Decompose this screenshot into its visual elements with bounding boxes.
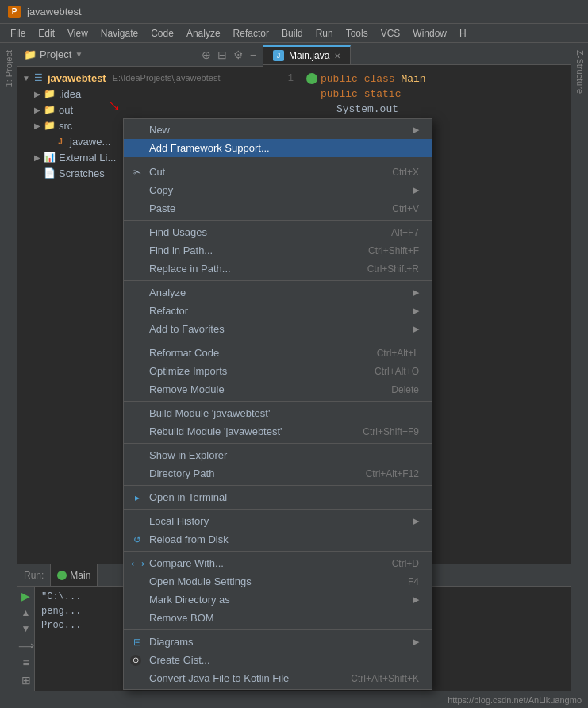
tree-item-out[interactable]: ▶ 📁 out xyxy=(17,102,263,117)
ctx-cut-label: Cut xyxy=(149,166,165,178)
menu-refactor[interactable]: Refactor xyxy=(227,26,275,40)
ctx-copy-label: Copy xyxy=(149,184,173,196)
ctx-new[interactable]: New ▶ xyxy=(124,121,432,139)
external-icon: 📊 xyxy=(43,151,56,164)
ctx-reformat[interactable]: Reformat Code Ctrl+Alt+L xyxy=(124,344,432,362)
tab-close-icon[interactable]: ✕ xyxy=(334,52,340,60)
globe-icon[interactable]: ⊕ xyxy=(202,48,211,61)
ctx-replace-in-path[interactable]: Replace in Path... Ctrl+Shift+R xyxy=(124,260,432,278)
ctx-add-framework-label: Add Framework Support... xyxy=(149,142,270,154)
run-tab[interactable]: Main xyxy=(50,564,98,586)
menu-run[interactable]: Run xyxy=(309,26,340,40)
ctx-sep-9 xyxy=(124,551,432,552)
run-filter-btn[interactable]: ≡ xyxy=(22,656,29,669)
ctx-sep-10 xyxy=(124,629,432,630)
ctx-show-explorer[interactable]: Show in Explorer xyxy=(124,446,432,464)
ctx-open-terminal[interactable]: ▸ Open in Terminal xyxy=(124,488,432,506)
ctx-diagrams-label: Diagrams xyxy=(149,636,194,648)
ctx-module-settings[interactable]: Open Module Settings F4 xyxy=(124,572,432,591)
ctx-build-module[interactable]: Build Module 'javawebtest' xyxy=(124,404,432,422)
ctx-diagrams-icon: ⊟ xyxy=(130,637,144,648)
run-scroll-down[interactable]: ▼ xyxy=(21,623,31,634)
tab-main-java[interactable]: J Main.java ✕ xyxy=(263,45,351,64)
ctx-find-in-path[interactable]: Find in Path... Ctrl+Shift+F xyxy=(124,241,432,260)
app-icon: P xyxy=(8,6,21,18)
gear-icon[interactable]: ⚙ xyxy=(233,48,244,61)
menu-view[interactable]: View xyxy=(61,26,94,40)
header-icons: ⊕ ⊟ ⚙ − xyxy=(202,48,256,61)
ctx-convert-shortcut: Ctrl+Alt+Shift+K xyxy=(351,673,419,684)
run-play-btn[interactable]: ▶ xyxy=(21,590,30,602)
ctx-add-framework[interactable]: Add Framework Support... xyxy=(124,139,432,157)
tree-item-javawebtest[interactable]: ▼ ☰ javawebtest E:\IdeaProjects\javawebt… xyxy=(17,70,263,86)
ctx-copy[interactable]: Copy ▶ xyxy=(124,181,432,199)
ctx-reformat-shortcut: Ctrl+Alt+L xyxy=(377,348,419,359)
ctx-bom-label: Remove BOM xyxy=(149,612,214,624)
run-label: Run: xyxy=(17,570,50,581)
ctx-analyze[interactable]: Analyze ▶ xyxy=(124,283,432,302)
ctx-cut[interactable]: ✂ Cut Ctrl+X xyxy=(124,163,432,181)
run-scroll-up[interactable]: ▲ xyxy=(21,607,31,618)
tree-label-javafile: javawe... xyxy=(70,136,110,148)
ctx-diagrams[interactable]: ⊟ Diagrams ▶ xyxy=(124,633,432,651)
ctx-convert-java[interactable]: Convert Java File to Kotlin File Ctrl+Al… xyxy=(124,669,432,687)
ctx-local-history[interactable]: Local History ▶ xyxy=(124,512,432,530)
run-layout-btn[interactable]: ⊞ xyxy=(21,674,31,687)
menu-window[interactable]: Window xyxy=(406,26,453,40)
folder-icon-out: 📁 xyxy=(43,103,56,116)
ctx-create-gist[interactable]: ⊙ Create Gist... xyxy=(124,651,432,669)
menu-vcs[interactable]: VCS xyxy=(375,26,407,40)
project-tab-label[interactable]: 1: Project xyxy=(2,47,15,90)
ctx-mark-directory[interactable]: Mark Directory as ▶ xyxy=(124,591,432,609)
run-wrap-btn[interactable]: ⟹ xyxy=(18,639,34,652)
ctx-directory-path[interactable]: Directory Path Ctrl+Alt+F12 xyxy=(124,464,432,483)
ctx-add-favorites[interactable]: Add to Favorites ▶ xyxy=(124,320,432,338)
ctx-remove-module[interactable]: Remove Module Delete xyxy=(124,380,432,398)
ctx-sep-7 xyxy=(124,485,432,486)
ctx-gist-icon: ⊙ xyxy=(130,655,141,666)
folder-icon-src: 📁 xyxy=(43,119,56,132)
ctx-remove-bom[interactable]: Remove BOM xyxy=(124,609,432,627)
ctx-gist-label: Create Gist... xyxy=(149,654,210,666)
run-status-icon xyxy=(57,571,67,580)
menu-code[interactable]: Code xyxy=(144,26,180,40)
menu-tools[interactable]: Tools xyxy=(340,26,375,40)
ctx-history-label: Local History xyxy=(149,515,209,527)
tree-label-external: External Li... xyxy=(59,152,116,164)
right-sidebar: Z-Structure xyxy=(571,43,588,708)
menu-edit[interactable]: Edit xyxy=(32,26,61,40)
ctx-dir-label: Directory Path xyxy=(149,468,214,479)
tree-item-idea[interactable]: ▶ 📁 .idea xyxy=(17,86,263,102)
ctx-mark-arrow: ▶ xyxy=(413,594,419,605)
menu-analyze[interactable]: Analyze xyxy=(180,26,227,40)
menu-build[interactable]: Build xyxy=(275,26,309,40)
ctx-rebuild-module[interactable]: Rebuild Module 'javawebtest' Ctrl+Shift+… xyxy=(124,422,432,441)
ctx-sep-6 xyxy=(124,443,432,444)
menu-file[interactable]: File xyxy=(4,26,32,40)
run-gutter-btn[interactable] xyxy=(306,73,317,84)
status-bar: https://blog.csdn.net/AnLikuangmo xyxy=(0,691,588,708)
status-url: https://blog.csdn.net/AnLikuangmo xyxy=(448,695,582,705)
ctx-compare-icon: ⟷ xyxy=(130,558,144,569)
tree-label-out: out xyxy=(59,104,73,116)
ctx-refactor-arrow: ▶ xyxy=(413,306,419,316)
ctx-add-favorites-label: Add to Favorites xyxy=(149,323,225,335)
menu-navigate[interactable]: Navigate xyxy=(94,26,144,40)
ctx-optimize[interactable]: Optimize Imports Ctrl+Alt+O xyxy=(124,362,432,380)
menu-help[interactable]: H xyxy=(453,26,473,40)
right-tab-label[interactable]: Z-Structure xyxy=(574,47,586,97)
ctx-compare-with[interactable]: ⟷ Compare With... Ctrl+D xyxy=(124,554,432,572)
ctx-paste[interactable]: Paste Ctrl+V xyxy=(124,199,432,217)
ctx-remove-module-shortcut: Delete xyxy=(391,384,419,395)
dropdown-arrow-icon[interactable]: ▼ xyxy=(75,50,83,59)
ctx-paste-label: Paste xyxy=(149,202,175,214)
ctx-refactor[interactable]: Refactor ▶ xyxy=(124,302,432,320)
code-line-2: public static xyxy=(263,88,571,100)
layout-icon[interactable]: ⊟ xyxy=(217,48,227,61)
minimize-icon[interactable]: − xyxy=(250,48,256,61)
run-controls: ▶ ▲ ▼ ⟹ ≡ ⊞ 📌 xyxy=(17,587,35,707)
tree-arrow-external: ▶ xyxy=(32,153,43,162)
ctx-new-label: New xyxy=(149,124,170,136)
ctx-reload-disk[interactable]: ↺ Reload from Disk xyxy=(124,530,432,548)
ctx-find-usages[interactable]: Find Usages Alt+F7 xyxy=(124,223,432,241)
